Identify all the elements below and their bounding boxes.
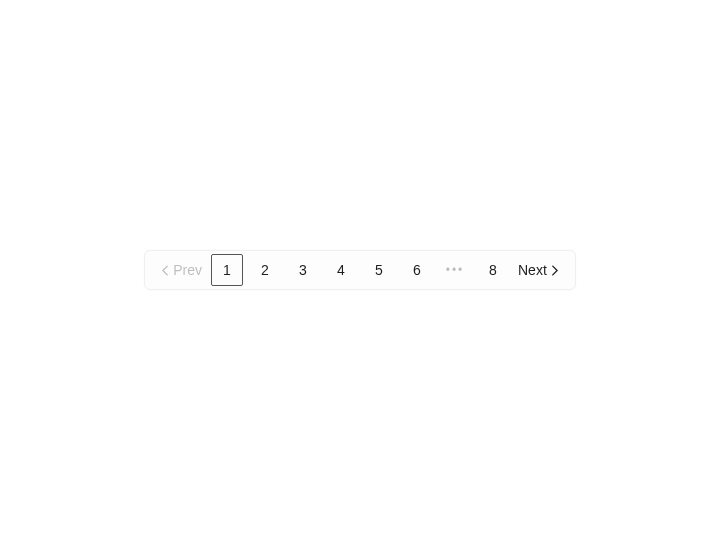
next-button[interactable]: Next xyxy=(512,254,567,286)
page-number: 8 xyxy=(489,262,497,278)
page-button-2[interactable]: 2 xyxy=(249,254,281,286)
pagination: Prev 1 2 3 4 5 6 ••• 8 Next xyxy=(144,250,576,290)
page-number: 4 xyxy=(337,262,345,278)
page-button-4[interactable]: 4 xyxy=(325,254,357,286)
ellipsis-jump-next[interactable]: ••• xyxy=(439,254,471,286)
next-label: Next xyxy=(518,262,547,278)
chevron-left-icon xyxy=(159,264,171,276)
page-number: 6 xyxy=(413,262,421,278)
page-button-1[interactable]: 1 xyxy=(211,254,243,286)
chevron-right-icon xyxy=(549,264,561,276)
page-number: 3 xyxy=(299,262,307,278)
page-button-5[interactable]: 5 xyxy=(363,254,395,286)
page-number: 1 xyxy=(223,262,231,278)
page-button-6[interactable]: 6 xyxy=(401,254,433,286)
prev-label: Prev xyxy=(173,262,202,278)
page-number: 2 xyxy=(261,262,269,278)
page-button-3[interactable]: 3 xyxy=(287,254,319,286)
page-number: 5 xyxy=(375,262,383,278)
page-button-8[interactable]: 8 xyxy=(477,254,509,286)
prev-button[interactable]: Prev xyxy=(153,254,208,286)
